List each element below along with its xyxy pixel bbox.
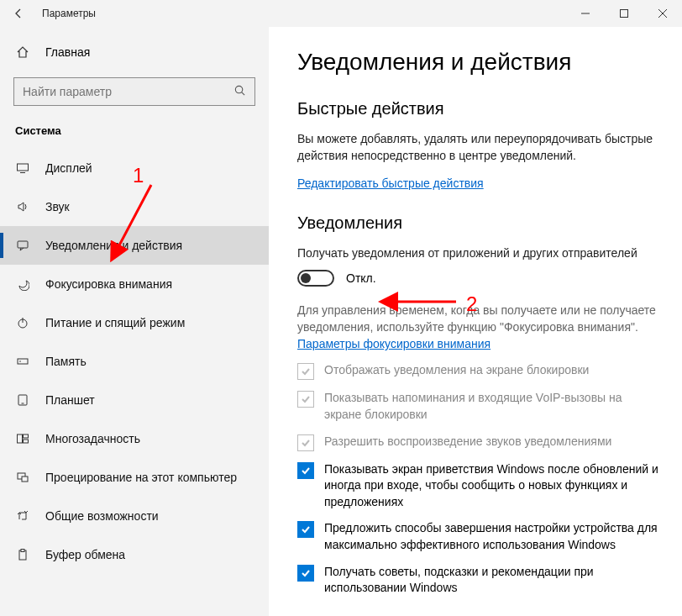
sidebar-item-storage[interactable]: Память <box>0 342 269 381</box>
checkbox[interactable] <box>297 434 314 451</box>
sidebar-home[interactable]: Главная <box>0 37 269 67</box>
notification-icon <box>15 239 30 252</box>
svg-rect-1 <box>621 10 628 18</box>
sound-icon <box>15 200 30 213</box>
svg-point-2 <box>235 86 242 92</box>
titlebar: Параметры <box>0 0 682 27</box>
clipboard-icon <box>15 548 30 561</box>
svg-rect-13 <box>18 434 23 443</box>
sidebar-item-label: Дисплей <box>45 161 92 175</box>
svg-rect-19 <box>21 550 24 552</box>
svg-rect-15 <box>24 440 29 443</box>
check-label: Показывать напоминания и входящие VoIP-в… <box>324 390 658 423</box>
toggle-knob <box>301 273 311 283</box>
focus-assist-link[interactable]: Параметры фокусировки внимания <box>297 337 491 350</box>
quick-actions-desc: Вы можете добавлять, удалять или переупо… <box>297 130 658 165</box>
quick-actions-heading: Быстрые действия <box>297 99 658 118</box>
notifications-toggle[interactable] <box>297 270 334 287</box>
checkbox[interactable] <box>297 521 314 538</box>
back-button[interactable] <box>0 0 37 27</box>
check-item-tips: Получать советы, подсказки и рекомендаци… <box>297 564 658 597</box>
sidebar-item-label: Память <box>45 355 87 368</box>
check-label: Предложить способы завершения настройки … <box>324 520 658 553</box>
sidebar-home-label: Главная <box>45 45 90 59</box>
sidebar-item-label: Буфер обмена <box>45 548 125 561</box>
sidebar-item-label: Планшет <box>45 393 95 407</box>
projecting-icon <box>15 471 30 484</box>
focus-icon <box>15 277 30 291</box>
check-label: Показывать экран приветствия Windows пос… <box>324 461 658 511</box>
sidebar-item-label: Многозадачность <box>45 432 140 445</box>
content: Уведомления и действия Быстрые действия … <box>269 27 682 616</box>
sidebar-item-label: Звук <box>45 200 70 213</box>
sidebar-item-label: Уведомления и действия <box>45 239 182 252</box>
sidebar-item-power[interactable]: Питание и спящий режим <box>0 303 269 342</box>
checkbox[interactable] <box>297 565 314 582</box>
sidebar-nav: Дисплей Звук Уведомления и действия Фоку… <box>0 149 269 574</box>
sidebar-item-display[interactable]: Дисплей <box>0 149 269 187</box>
check-label: Разрешить воспроизведение звуков уведомл… <box>324 434 611 450</box>
checkbox[interactable] <box>297 462 314 479</box>
toggle-state-label: Откл. <box>346 271 376 285</box>
page-title: Уведомления и действия <box>297 49 658 76</box>
check-item-welcome: Показывать экран приветствия Windows пос… <box>297 461 658 511</box>
checkbox[interactable] <box>297 363 314 380</box>
search-icon <box>233 84 246 99</box>
display-icon <box>15 161 30 175</box>
power-icon <box>15 316 30 329</box>
svg-point-10 <box>19 361 21 362</box>
check-item-voip: Показывать напоминания и входящие VoIP-в… <box>297 390 658 423</box>
svg-rect-9 <box>18 359 28 364</box>
search-box[interactable] <box>13 77 255 106</box>
check-item-finishsetup: Предложить способы завершения настройки … <box>297 520 658 553</box>
sidebar: Главная Система Дисплей Звук <box>0 27 269 616</box>
sidebar-item-projecting[interactable]: Проецирование на этот компьютер <box>0 458 269 497</box>
check-item-sounds: Разрешить воспроизведение звуков уведомл… <box>297 434 658 451</box>
notifications-checklist: Отображать уведомления на экране блокиро… <box>297 362 658 596</box>
sidebar-section-label: Система <box>0 119 269 145</box>
edit-quick-actions-link[interactable]: Редактировать быстрые действия <box>297 176 484 190</box>
focus-desc: Для управления временем, когда вы получа… <box>297 302 658 336</box>
toggle-caption: Получать уведомления от приложений и дру… <box>297 245 658 261</box>
sidebar-item-label: Проецирование на этот компьютер <box>45 471 237 484</box>
minimize-button[interactable] <box>566 0 605 27</box>
svg-rect-4 <box>18 164 29 171</box>
sidebar-item-focus[interactable]: Фокусировка внимания <box>0 265 269 303</box>
check-item-lock: Отображать уведомления на экране блокиро… <box>297 362 658 380</box>
sidebar-item-sound[interactable]: Звук <box>0 187 269 226</box>
notifications-heading: Уведомления <box>297 213 658 233</box>
shared-icon <box>15 509 30 523</box>
sidebar-item-multitasking[interactable]: Многозадачность <box>0 419 269 458</box>
maximize-button[interactable] <box>605 0 643 27</box>
svg-rect-17 <box>22 476 28 482</box>
check-label: Отображать уведомления на экране блокиро… <box>324 362 589 379</box>
storage-icon <box>15 355 30 368</box>
svg-rect-6 <box>18 241 28 248</box>
sidebar-item-label: Фокусировка внимания <box>45 277 172 291</box>
multitasking-icon <box>15 432 30 445</box>
check-label: Получать советы, подсказки и рекомендаци… <box>324 564 658 597</box>
sidebar-item-label: Общие возможности <box>45 509 159 523</box>
svg-line-3 <box>242 92 244 95</box>
home-icon <box>15 45 30 59</box>
sidebar-item-notifications[interactable]: Уведомления и действия <box>0 226 269 265</box>
search-input[interactable] <box>23 85 233 98</box>
sidebar-item-label: Питание и спящий режим <box>45 316 185 329</box>
checkbox[interactable] <box>297 391 314 408</box>
close-button[interactable] <box>643 0 682 27</box>
sidebar-item-shared[interactable]: Общие возможности <box>0 497 269 535</box>
sidebar-item-clipboard[interactable]: Буфер обмена <box>0 535 269 574</box>
tablet-icon <box>15 393 30 407</box>
svg-rect-14 <box>24 434 29 438</box>
sidebar-item-tablet[interactable]: Планшет <box>0 381 269 419</box>
window-title: Параметры <box>37 8 96 19</box>
